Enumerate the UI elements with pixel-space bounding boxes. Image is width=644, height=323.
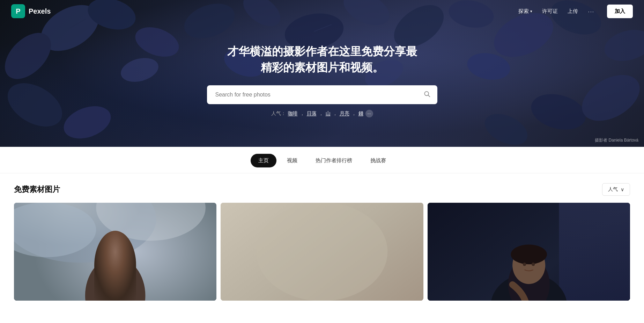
- svg-point-37: [117, 261, 120, 265]
- explore-chevron-icon: ▾: [530, 9, 532, 14]
- svg-point-32: [100, 243, 131, 276]
- photo-image-3: [428, 203, 630, 301]
- photo-card-1[interactable]: [14, 203, 216, 301]
- photo-image-2: [221, 203, 423, 301]
- tab-home[interactable]: 主页: [251, 154, 276, 167]
- svg-point-35: [118, 249, 134, 282]
- navbar: P Pexels 探索 ▾ 许可证 上传 ··· 加入: [0, 0, 644, 22]
- popular-more-button[interactable]: ···: [365, 110, 373, 117]
- search-icon[interactable]: [423, 91, 430, 99]
- logo-link[interactable]: P Pexels: [11, 4, 51, 18]
- hero-search-wrap: [207, 85, 437, 104]
- photo-image-1: [14, 203, 216, 301]
- popular-tag-2[interactable]: 山: [326, 110, 331, 117]
- logo-icon: P: [11, 4, 25, 18]
- tabs-bar: 主页 视频 热门作者排行榜 挑战赛: [0, 147, 644, 173]
- tab-video[interactable]: 视频: [279, 154, 305, 167]
- popular-tag-0[interactable]: 咖啡: [288, 110, 298, 117]
- popular-label: 人气：: [271, 110, 286, 117]
- svg-point-47: [532, 263, 535, 266]
- popular-tag-4[interactable]: 錢: [358, 110, 363, 117]
- section-title: 免费素材图片: [14, 184, 60, 195]
- svg-point-39: [256, 203, 387, 301]
- photo-card-2[interactable]: [221, 203, 423, 301]
- search-input[interactable]: [207, 85, 437, 104]
- svg-point-33: [98, 244, 133, 268]
- hero-credit: 摄影者 Daniela Bártová: [595, 137, 638, 143]
- nav-license[interactable]: 许可证: [542, 8, 558, 15]
- svg-line-25: [428, 95, 430, 97]
- content-header: 免费素材图片 人气 ∨: [0, 173, 644, 203]
- photo-grid: [0, 203, 644, 315]
- svg-rect-41: [559, 203, 630, 301]
- popular-tag-1[interactable]: 日落: [307, 110, 317, 117]
- hero-title: 才华横溢的摄影作者在这里免费分享最精彩的素材图片和视频。: [224, 43, 420, 76]
- nav-more[interactable]: ···: [588, 8, 594, 14]
- svg-point-31: [98, 247, 133, 289]
- nav-links: 探索 ▾ 许可证 上传 ··· 加入: [518, 5, 633, 18]
- nav-upload[interactable]: 上传: [568, 8, 578, 15]
- sort-button[interactable]: 人气 ∨: [602, 183, 630, 196]
- hero-popular: 人气： 咖啡， 日落， 山， 月亮， 錢 ···: [271, 110, 373, 117]
- svg-point-34: [95, 246, 114, 285]
- nav-explore[interactable]: 探索 ▾: [518, 8, 532, 15]
- popular-tag-3[interactable]: 月亮: [340, 110, 349, 117]
- tab-challenge[interactable]: 挑战赛: [363, 154, 394, 167]
- sort-chevron-icon: ∨: [621, 187, 624, 192]
- brand-name: Pexels: [29, 7, 51, 15]
- tab-trending[interactable]: 热门作者排行榜: [308, 154, 360, 167]
- svg-point-36: [110, 261, 113, 265]
- photo-card-3[interactable]: [428, 203, 630, 301]
- join-button[interactable]: 加入: [607, 5, 633, 18]
- svg-point-46: [523, 263, 526, 266]
